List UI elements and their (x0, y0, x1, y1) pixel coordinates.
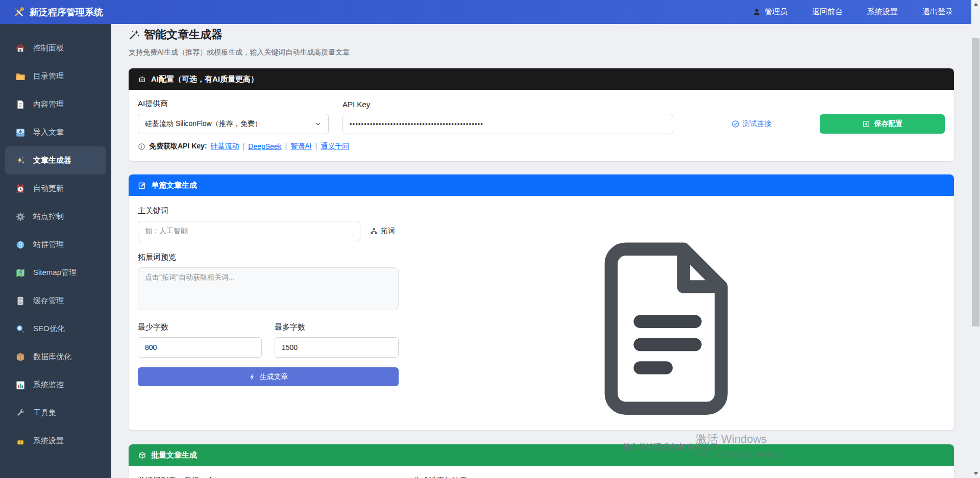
sidebar-item-系统设置[interactable]: 系统设置 (0, 427, 111, 455)
min-words-label: 最少字数 (138, 322, 262, 332)
test-connection-link[interactable]: 测试连接 (731, 119, 771, 129)
app-title: 新泛程序管理系统 (30, 6, 103, 18)
app-window: 新泛程序管理系统 管理员返回前台系统设置退出登录 控制面板目录管理内容管理导入文… (0, 0, 980, 478)
nav-item-back-to-front[interactable]: 返回前台 (812, 7, 843, 17)
sidebar-item-内容管理[interactable]: 内容管理 (0, 90, 111, 118)
wrench-icon (15, 408, 26, 418)
nav-item-admin[interactable]: 管理员 (752, 7, 788, 17)
max-words-input[interactable]: 1500 (275, 337, 399, 358)
scrollbar-thumb[interactable] (972, 38, 979, 326)
single-generation-card: 单篇文章生成 主关键词 如：人工智能 拓词 拓展词预览 (129, 174, 954, 430)
gear-icon (15, 212, 26, 222)
scrollbar-up-arrow[interactable] (971, 0, 980, 9)
api-key-input[interactable]: ••••••••••••••••••••••••••••••••••••••••… (342, 114, 673, 134)
batch-generation-header-text: 批量文章生成 (151, 450, 197, 460)
sidebar-item-seo优化[interactable]: SEO优化 (0, 315, 111, 343)
provider-select[interactable]: 硅基流动 SiliconFlow（推荐，免费） (138, 114, 329, 134)
package-icon (15, 352, 26, 362)
api-provider-link-1[interactable]: DeepSeek (239, 142, 282, 150)
sidebar-item-文章生成器[interactable]: 文章生成器 (5, 146, 106, 174)
sidebar-item-目录管理[interactable]: 目录管理 (0, 62, 111, 90)
sidebar-item-自动更新[interactable]: 自动更新 (0, 174, 111, 203)
batch-keywords-label: 关键词列表（每行一个） (138, 476, 399, 478)
page-subtitle: 支持免费AI生成（推荐）或模板生成，输入关键词自动生成高质量文章 (129, 48, 954, 57)
sidebar-item-站群管理[interactable]: 站群管理 (0, 231, 111, 259)
batch-generation-body: 关键词列表（每行一个） 人工智能 大数据 生成进度与结果 批量生成结果将显示在这… (129, 466, 954, 478)
expand-words-button[interactable]: 拓词 (370, 227, 395, 236)
alarm-icon (15, 184, 26, 194)
save-icon (862, 120, 870, 128)
keyword-input[interactable]: 如：人工智能 (138, 221, 360, 241)
article-empty-state: 输入关键词后点击"生成文章" (579, 205, 765, 420)
min-words-input[interactable]: 800 (138, 337, 262, 358)
api-provider-link-0[interactable]: 硅基流动 (211, 142, 239, 151)
sidebar-item-工具集[interactable]: 工具集 (0, 399, 111, 427)
batch-generation-header: 批量文章生成 (129, 444, 954, 466)
sitemap-tree-icon (370, 228, 378, 235)
preview-label: 拓展词预览 (138, 253, 399, 262)
single-generation-header: 单篇文章生成 (129, 174, 954, 196)
globe-icon (15, 240, 26, 250)
nav-item-system-settings[interactable]: 系统设置 (867, 7, 898, 17)
batch-generation-card: 批量文章生成 关键词列表（每行一个） 人工智能 大数据 生成进度与结果 批量生成… (129, 444, 954, 478)
keyword-label: 主关键词 (138, 206, 399, 216)
save-config-button[interactable]: 保存配置 (820, 114, 945, 134)
folder-icon (15, 71, 26, 82)
sparkles-icon (15, 156, 26, 166)
sidebar-item-导入文章[interactable]: 导入文章 (0, 118, 111, 146)
sidebar-item-缓存管理[interactable]: 缓存管理 (0, 287, 111, 315)
top-navbar: 新泛程序管理系统 管理员返回前台系统设置退出登录 (0, 0, 971, 24)
app-logo: 新泛程序管理系统 (13, 6, 103, 18)
empty-state-hint: 输入关键词后点击"生成文章" (579, 442, 765, 452)
document-outline-icon (579, 413, 765, 421)
ai-config-card: AI配置（可选，有AI质量更高） AI提供商 硅基流动 SiliconFlow（… (129, 68, 954, 161)
hint-prefix: 免费获取API Key: (149, 142, 207, 151)
min-words-value: 800 (145, 343, 157, 351)
page-title-text: 智能文章生成器 (144, 27, 223, 42)
map-icon (15, 268, 26, 278)
expanded-words-textarea[interactable]: 点击"拓词"自动获取相关词... (138, 267, 399, 310)
check-circle-icon (731, 120, 740, 128)
batch-progress-label: 生成进度与结果 (413, 476, 945, 478)
edit-square-icon (138, 181, 146, 190)
api-key-masked-value: ••••••••••••••••••••••••••••••••••••••••… (350, 120, 483, 128)
single-generation-header-text: 单篇文章生成 (151, 181, 197, 190)
api-provider-link-2[interactable]: 智谱AI (282, 142, 312, 151)
api-key-provider-links: 硅基流动DeepSeek智谱AI通义千问 (211, 142, 350, 151)
ai-config-header-text: AI配置（可选，有AI质量更高） (151, 74, 258, 84)
scrollbar-down-arrow[interactable] (971, 469, 980, 478)
nav-item-logout[interactable]: 退出登录 (922, 7, 953, 17)
inbox-icon (15, 128, 26, 138)
hammer-wrench-icon (13, 7, 24, 18)
robot-icon (138, 75, 146, 84)
sidebar-item-站点控制[interactable]: 站点控制 (0, 203, 111, 231)
preview-placeholder: 点击"拓词"自动获取相关词... (145, 273, 235, 281)
page-title: 智能文章生成器 (129, 27, 954, 42)
box-icon (138, 451, 146, 460)
api-key-hint: 免费获取API Key: 硅基流动DeepSeek智谱AI通义千问 (138, 142, 945, 151)
ai-config-header: AI配置（可选，有AI质量更高） (129, 68, 954, 90)
max-words-value: 1500 (282, 343, 298, 351)
sidebar-item-数据库优化[interactable]: 数据库优化 (0, 343, 111, 371)
doc-icon (15, 99, 26, 110)
max-words-label: 最多字数 (275, 322, 399, 332)
keyword-placeholder: 如：人工智能 (145, 227, 188, 236)
sidebar-item-sitemap管理[interactable]: Sitemap管理 (0, 259, 111, 287)
lock-icon (15, 436, 26, 446)
home-icon (15, 43, 26, 54)
user-icon (752, 8, 761, 16)
sidebar-item-系统监控[interactable]: 系统监控 (0, 371, 111, 399)
magic-wand-icon (129, 29, 140, 40)
lightning-icon (249, 373, 256, 381)
api-provider-link-3[interactable]: 通义千问 (311, 142, 349, 151)
info-icon (138, 143, 145, 150)
sidebar-item-控制面板[interactable]: 控制面板 (0, 34, 111, 62)
provider-label: AI提供商 (138, 99, 329, 109)
provider-selected-value: 硅基流动 SiliconFlow（推荐，免费） (145, 119, 262, 129)
chevron-down-icon (314, 120, 322, 128)
vertical-scrollbar[interactable] (971, 0, 980, 478)
chart-icon (15, 380, 26, 390)
generate-article-button[interactable]: 生成文章 (138, 367, 399, 386)
api-key-label: API Key (342, 100, 673, 109)
ai-config-body: AI提供商 硅基流动 SiliconFlow（推荐，免费） API Key ••… (129, 90, 954, 161)
